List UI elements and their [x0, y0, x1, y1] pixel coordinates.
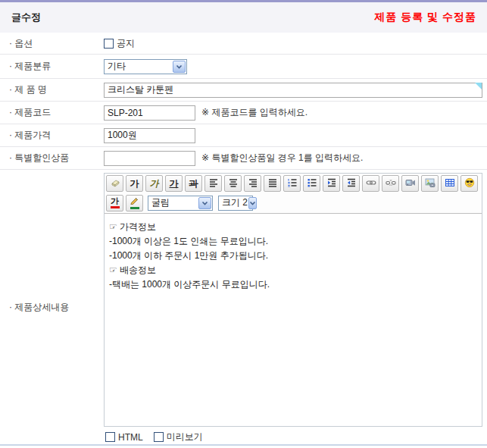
- smiley-icon: [464, 177, 475, 190]
- align-left-button[interactable]: [204, 175, 222, 192]
- bold-icon: 가: [130, 179, 139, 188]
- table-icon: [445, 177, 455, 190]
- page-header: 글수정 제품 등록 및 수정품: [0, 2, 487, 33]
- page-subtitle: 제품 등록 및 수정품: [374, 11, 476, 24]
- special-discount-label: · 특별할인상품: [0, 152, 104, 164]
- indent-button[interactable]: [323, 175, 340, 192]
- row-product-price: · 제품가격: [0, 124, 487, 147]
- font-size-select-value: 크기 2: [219, 196, 248, 209]
- category-select[interactable]: 기타: [104, 59, 187, 74]
- editor-toolbar-row2: 가 굴림 크기 2: [105, 193, 482, 213]
- align-center-icon: [228, 177, 239, 190]
- product-name-input[interactable]: [104, 83, 482, 98]
- align-left-icon: [208, 177, 219, 190]
- pencil-icon: [130, 197, 139, 206]
- bold-button[interactable]: 가: [126, 175, 143, 192]
- remove-format-button[interactable]: [106, 175, 123, 192]
- justify-button[interactable]: [264, 175, 281, 192]
- editor-mode-options: HTML 미리보기: [104, 427, 487, 445]
- italic-button[interactable]: 가: [145, 175, 163, 192]
- chevron-down-icon: [173, 61, 186, 73]
- notice-checkbox[interactable]: [104, 39, 114, 49]
- link-icon: [366, 177, 376, 190]
- product-code-label: · 제품코드: [0, 106, 104, 119]
- unlink-button[interactable]: [382, 175, 399, 192]
- product-name-label: · 제 품 명: [0, 83, 104, 96]
- special-discount-hint: ※ 특별할인상품일 경우 1를 입력하세요.: [201, 152, 363, 164]
- unlink-icon: [386, 177, 396, 190]
- highlight-color-button[interactable]: [126, 195, 143, 211]
- video-camera-icon: [405, 177, 416, 190]
- font-size-select[interactable]: 크기 2: [218, 196, 253, 211]
- page-title: 글수정: [11, 11, 41, 24]
- ordered-list-icon: [287, 177, 298, 190]
- row-option: · 옵션 공지: [0, 33, 487, 55]
- row-product-name: · 제 품 명: [0, 79, 487, 102]
- align-center-button[interactable]: [224, 175, 242, 192]
- content-line: -1000개 이상은 1도 인쇄는 무료입니다.: [109, 234, 477, 249]
- eraser-icon: [110, 177, 120, 190]
- font-family-select-value: 굴림: [148, 196, 170, 209]
- image-button[interactable]: [421, 175, 439, 192]
- highlight-color-swatch: [130, 207, 139, 209]
- underline-icon: 가: [170, 179, 179, 188]
- special-discount-input[interactable]: [104, 151, 195, 166]
- outdent-icon: [346, 177, 357, 190]
- editor-toolbar-row1: 가 가 가 과: [105, 174, 482, 193]
- italic-icon: 가: [150, 179, 159, 188]
- chevron-down-icon: [198, 197, 211, 209]
- content-line: -1000개 이하 주문시 1만원 추가됩니다.: [109, 249, 477, 263]
- row-special-discount: · 특별할인상품 ※ 특별할인상품일 경우 1를 입력하세요.: [0, 147, 487, 170]
- align-right-icon: [248, 177, 258, 190]
- video-button[interactable]: [401, 175, 419, 192]
- align-right-button[interactable]: [244, 175, 261, 192]
- chevron-down-icon: [248, 197, 257, 209]
- ordered-list-button[interactable]: [283, 175, 301, 192]
- product-price-input[interactable]: [104, 128, 195, 143]
- category-select-value: 기타: [105, 60, 126, 73]
- strikethrough-button[interactable]: 과: [185, 175, 202, 192]
- html-mode-label: HTML: [118, 432, 143, 443]
- product-detail-label: · 제품상세내용: [0, 301, 104, 314]
- font-family-select[interactable]: 굴림: [148, 196, 213, 211]
- font-color-button[interactable]: 가: [106, 195, 123, 211]
- font-color-swatch: [111, 206, 120, 208]
- strikethrough-icon: 과: [189, 179, 198, 188]
- row-product-code: · 제품코드 ※ 제품코드를 입력하세요.: [0, 102, 487, 124]
- content-line: ☞ 가격정보: [109, 220, 477, 234]
- row-category: · 제품분류 기타: [0, 55, 487, 79]
- content-line: -택배는 1000개 이상주문시 무료입니다.: [109, 277, 477, 292]
- unordered-list-icon: [307, 177, 317, 190]
- image-icon: [425, 177, 435, 190]
- unordered-list-button[interactable]: [303, 175, 320, 192]
- outdent-button[interactable]: [342, 175, 360, 192]
- font-color-icon: 가: [111, 197, 119, 205]
- product-code-hint: ※ 제품코드를 입력하세요.: [201, 106, 307, 119]
- preview-label: 미리보기: [167, 431, 203, 443]
- link-button[interactable]: [362, 175, 379, 192]
- editor-content[interactable]: ☞ 가격정보 -1000개 이상은 1도 인쇄는 무료입니다. -1000개 이…: [105, 213, 482, 426]
- content-line: ☞ 배송정보: [109, 263, 477, 277]
- ime-corner-marker: [475, 83, 482, 89]
- html-mode-checkbox[interactable]: [105, 432, 115, 442]
- table-button[interactable]: [441, 175, 458, 192]
- category-label: · 제품분류: [0, 60, 104, 73]
- underline-button[interactable]: 가: [165, 175, 183, 192]
- rich-text-editor: 가 가 가 과: [104, 173, 482, 427]
- product-price-label: · 제품가격: [0, 129, 104, 142]
- product-code-input[interactable]: [104, 105, 195, 121]
- indent-icon: [326, 177, 337, 190]
- notice-checkbox-label: 공지: [117, 37, 135, 50]
- justify-icon: [267, 177, 278, 190]
- row-product-detail: · 제품상세내용 가 가 가 과: [0, 170, 487, 446]
- option-label: · 옵션: [0, 37, 104, 50]
- emoticon-button[interactable]: [460, 175, 478, 192]
- preview-checkbox[interactable]: [154, 432, 164, 442]
